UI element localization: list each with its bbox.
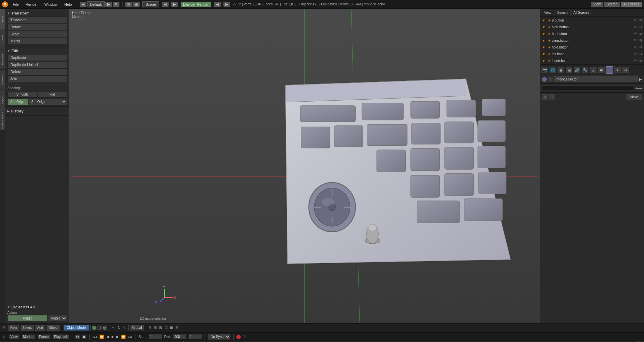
tab-view[interactable]: View xyxy=(591,2,604,7)
outliner-item-ins-base[interactable]: ▼ ◈ ins.base 👁 | ⊡ xyxy=(540,50,644,57)
set-origin-dropdown[interactable]: Set Origin Origin to Geometry Origin to … xyxy=(29,99,67,105)
delete-btn[interactable]: Delete xyxy=(7,68,67,75)
vis-icon[interactable]: 👁 xyxy=(634,59,637,62)
join-btn[interactable]: Join xyxy=(7,75,67,82)
prop-data-icon[interactable]: △ xyxy=(589,66,597,74)
record-dot[interactable] xyxy=(236,335,241,339)
select-menu-btn[interactable]: Select xyxy=(20,324,34,331)
play-btn[interactable]: ▶ xyxy=(115,335,120,339)
side-tab-grease-pencil[interactable]: Grease Pencil xyxy=(0,110,5,130)
prop-modifiers-icon[interactable]: 🔧 xyxy=(581,66,589,74)
prop-particles-icon[interactable]: ✦ xyxy=(614,66,621,74)
pivot-dot[interactable] xyxy=(92,326,97,330)
smooth-btn[interactable]: Smooth xyxy=(7,91,37,98)
prop-constraints-icon[interactable]: 🔗 xyxy=(573,66,581,74)
duplicate-linked-btn[interactable]: Duplicate Linked xyxy=(7,61,67,68)
render-icon[interactable]: ⊡ xyxy=(639,25,642,29)
view-type-btn2[interactable]: ▣ xyxy=(133,2,140,7)
prop-texture-icon[interactable]: ☷ xyxy=(606,66,613,74)
flat-btn[interactable]: Flat xyxy=(38,91,67,98)
vis-icon[interactable]: 👁 xyxy=(634,52,637,56)
jump-start-btn[interactable]: ⏮ xyxy=(92,335,98,339)
blender-logo[interactable]: B xyxy=(2,1,8,7)
view-menu-btn[interactable]: View xyxy=(7,324,20,331)
scale-icon[interactable]: ⤡ xyxy=(122,326,127,330)
set-origin-btn[interactable]: Set Origin xyxy=(7,99,28,105)
screen-layout-prev[interactable]: ◀ xyxy=(80,2,86,7)
extra-icon-1[interactable]: ⊞ xyxy=(242,335,247,339)
deselect-header[interactable]: ▼ (De)select All xyxy=(7,304,67,310)
proportional-icon[interactable]: ◎ xyxy=(103,326,107,330)
side-tab-relations[interactable]: Relations xyxy=(0,49,5,69)
edit-header[interactable]: ▼ Edit xyxy=(7,48,67,54)
stop-btn[interactable]: ■ xyxy=(110,335,115,339)
start-frame-input[interactable] xyxy=(149,334,162,339)
engine-prev[interactable]: ◀ xyxy=(214,2,221,7)
prop-physics-icon[interactable]: ⚙ xyxy=(622,66,629,74)
outliner-tab-search[interactable]: Search xyxy=(554,10,571,15)
scale-btn[interactable]: Scale xyxy=(7,31,67,37)
timeline-logo[interactable]: ◎ xyxy=(1,335,7,339)
view-type-btn[interactable]: ⊞ xyxy=(125,2,132,7)
current-frame-input[interactable] xyxy=(188,334,202,339)
move-icon[interactable]: ↔ xyxy=(110,326,116,330)
tl-view-btn[interactable]: View xyxy=(9,334,20,339)
render-icon[interactable]: ⊡ xyxy=(639,19,642,22)
outliner-item-clear[interactable]: ▼ ◈ clear.button 👁 | ⊡ xyxy=(540,37,644,44)
record-btn[interactable]: ⊙ xyxy=(75,335,80,339)
mirror-btn[interactable]: Mirror xyxy=(7,38,67,44)
menu-file[interactable]: File xyxy=(11,2,21,7)
add-menu-btn[interactable]: Add xyxy=(35,324,45,331)
render-icon[interactable]: ⊡ xyxy=(639,45,642,49)
render-engine-selector[interactable]: Blender Render xyxy=(181,2,211,7)
viewport[interactable]: X Y Z User Persp Meters (1) mode.selecto… xyxy=(69,9,540,323)
outliner-item-hold[interactable]: ▼ ◈ hold.button 👁 | ⊡ xyxy=(540,44,644,50)
side-tab-create[interactable]: Create xyxy=(0,29,5,49)
tl-marker-btn[interactable]: Marker xyxy=(22,334,35,339)
vis-icon[interactable]: 👁 xyxy=(634,25,637,29)
grid-icon-4[interactable]: ⊡ xyxy=(164,326,169,330)
scene-prev[interactable]: ◀ xyxy=(162,2,169,7)
jump-end-btn[interactable]: ⏭ xyxy=(127,335,133,339)
menu-render[interactable]: Render xyxy=(24,2,40,7)
outliner-tab-all-scenes[interactable]: All Scenes xyxy=(571,10,592,15)
render-icon[interactable]: ⊡ xyxy=(639,59,642,62)
snap-icon[interactable]: ⊞ xyxy=(97,326,102,330)
end-frame-input[interactable] xyxy=(173,334,186,339)
translate-btn[interactable]: Translate xyxy=(7,16,67,23)
side-tab-tools[interactable]: Tools xyxy=(0,9,5,29)
rotate-icon[interactable]: ↻ xyxy=(116,326,121,330)
render-icon[interactable]: ⊡ xyxy=(639,32,642,35)
tl-playback-btn[interactable]: Playback xyxy=(52,334,70,339)
grid-icon-1[interactable]: ⊞ xyxy=(147,326,152,330)
mat-icon-add[interactable]: + xyxy=(549,94,555,100)
screen-layout-add[interactable]: ✕ xyxy=(113,2,119,7)
grid-icon-6[interactable]: ⊟ xyxy=(174,326,179,330)
duplicate-btn[interactable]: Duplicate xyxy=(7,54,67,61)
engine-next[interactable]: ▶ xyxy=(223,2,230,7)
scene-next[interactable]: ▶ xyxy=(171,2,178,7)
outliner-item-alert[interactable]: ▼ ◈ alert.button 👁 | ⊡ xyxy=(540,24,644,30)
play-back-btn[interactable]: ◀ xyxy=(105,335,110,339)
outliner-tab-view[interactable]: View xyxy=(541,10,554,15)
history-header[interactable]: ▶ History xyxy=(7,108,67,114)
transform-header[interactable]: ▼ Transform xyxy=(7,10,67,16)
action-dropdown[interactable]: Toggle xyxy=(48,315,67,321)
next-frame-btn[interactable]: ⏩ xyxy=(120,335,127,339)
grid-icon-5[interactable]: ⊞ xyxy=(169,326,174,330)
scene-selector[interactable]: Scene xyxy=(142,1,159,7)
prop-material-icon[interactable]: ⬟ xyxy=(598,66,605,74)
vis-icon[interactable]: 👁 xyxy=(634,19,637,22)
grid-icon-3[interactable]: ⊠ xyxy=(158,326,163,330)
screen-layout-next[interactable]: ▶ xyxy=(105,2,112,7)
render-icon[interactable]: ⊡ xyxy=(639,52,642,56)
menu-window[interactable]: Window xyxy=(42,2,60,7)
search-input[interactable] xyxy=(542,85,634,91)
side-tab-physics[interactable]: Physics xyxy=(0,90,5,110)
toolbar-logo-icon[interactable]: ◎ xyxy=(1,326,7,330)
prop-world-icon[interactable]: ◉ xyxy=(557,66,565,74)
object-menu-btn[interactable]: Object xyxy=(46,324,61,331)
tl-frame-btn[interactable]: Frame xyxy=(37,334,50,339)
prop-object-icon[interactable]: ▣ xyxy=(565,66,573,74)
mat-icon-sphere[interactable]: ● xyxy=(542,94,548,100)
